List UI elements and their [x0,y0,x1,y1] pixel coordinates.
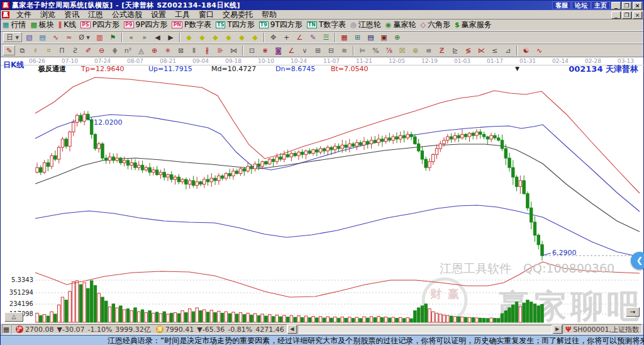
menu-公式选股[interactable]: 公式选股 [108,10,147,19]
next-major-low-icon[interactable]: ◆ [196,32,208,42]
window-minimize-button[interactable]: _ [611,2,621,9]
square-of-nine-icon[interactable]: n² [122,45,134,55]
grid-minus-icon[interactable]: ⊟ [325,45,337,55]
scroll-right-button[interactable]: → [626,307,640,317]
menu-窗口[interactable]: 窗口 [194,10,218,19]
grid-plus-icon[interactable]: ⊞ [312,45,324,55]
menu-资讯[interactable]: 资讯 [60,10,84,19]
frame-tool-icon[interactable]: ⊡ [246,45,258,55]
ladder-tool-icon[interactable]: ≤ [489,45,501,55]
indicator-flag-icon[interactable]: ⚑ [107,32,119,42]
scrollbar-right-button[interactable]: ▶ [553,325,562,334]
kline-chart[interactable]: 06-2607-1007-2408-0708-2109-0409-1810-10… [1,58,644,324]
triangle-tool-icon[interactable]: ◬ [135,45,147,55]
note-tool-icon[interactable]: ✎ [307,32,319,42]
child-minimize-button[interactable]: _ [611,11,621,19]
child-restore-button[interactable]: ❐ [622,11,631,19]
prev-bar-icon[interactable]: ◀ [152,32,164,42]
kline-style-icon[interactable]: ▥ [94,32,106,42]
ruler-tool-icon[interactable]: ⊨ [357,45,369,55]
t-number-table-button[interactable]: TNT数字表 [307,20,347,30]
marker-pen-icon[interactable]: ✐ [82,45,94,55]
pen-tool-icon[interactable]: ✎ [3,45,15,55]
last-bar-icon[interactable]: » [138,32,150,42]
calculator-icon[interactable]: ⊞ [352,32,364,42]
menu-交易委托[interactable]: 交易委托 [218,10,257,19]
network-icon[interactable]: ⊕ [391,32,403,42]
bowtie-tool-icon[interactable]: ⋈ [228,45,240,55]
save-icon[interactable]: ▣ [378,32,390,42]
winner-wheel-button[interactable]: ◉赢家轮 [386,20,416,30]
grid-tool-icon[interactable]: ⧉ [16,45,28,55]
brush-tool-icon[interactable]: Ƶ [436,45,448,55]
child-close-button[interactable]: × [633,11,642,19]
menu-浏览[interactable]: 浏览 [36,10,60,19]
taiji-icon[interactable]: ☯ [520,45,532,55]
golden-section-icon[interactable]: ☒ [396,45,408,55]
boxed-x-icon[interactable]: ⊠ [175,45,187,55]
panel-collapse-button[interactable]: ❮ [631,252,644,269]
p-square-button[interactable]: PSP四方形 [80,20,119,30]
prev-extreme-icon[interactable]: ◆ [236,32,248,42]
next-major-high-icon[interactable]: ◆ [223,32,235,42]
volume-expand-button[interactable]: △ [4,312,23,322]
slope-tool-icon[interactable]: ⊿ [502,45,514,55]
period-day-dropdown[interactable]: 日 ▾ [3,32,22,42]
horizontal-scrollbar[interactable] [297,325,552,334]
title-link-home[interactable]: 主页 [591,1,610,9]
prev-major-low-icon[interactable]: ◆ [183,32,195,42]
kline-button[interactable]: ∥K线 [58,20,76,30]
menu-设置[interactable]: 设置 [147,10,170,19]
filled-circle-icon[interactable]: ◙ [272,45,284,55]
circle-cross-icon[interactable]: ⊖ [96,45,108,55]
first-bar-icon[interactable]: « [125,32,137,42]
trend-line2-icon[interactable]: ≈ [63,32,75,42]
menu-江恩[interactable]: 江恩 [84,10,108,19]
t-square-button[interactable]: TST四方形 [216,20,255,30]
menu-工具[interactable]: 工具 [170,10,194,19]
percent-box-icon[interactable]: ⅞ [383,45,395,55]
triple-lines-icon[interactable]: ⊪ [214,45,226,55]
wedge-tool-icon[interactable]: ⊵ [449,45,461,55]
fan-tool-icon[interactable]: ⋉ [475,45,487,55]
waves-tool-icon[interactable]: ≋ [338,45,350,55]
asterisk-tool-icon[interactable]: ✳ [162,45,174,55]
prev-major-high-icon[interactable]: ◆ [209,32,221,42]
menu-文件[interactable]: 文件 [12,10,36,19]
calendar-icon[interactable]: ▦ [338,32,350,42]
measure-tool-icon[interactable]: ≌ [423,45,435,55]
title-link-forum[interactable]: 论坛 [572,1,591,9]
wave-icon[interactable]: ∿ [533,45,545,55]
gann-grid2-icon[interactable]: ⌗ [43,45,55,55]
scrollbar-left-button[interactable]: ◀ [287,325,297,334]
scale-dropdown[interactable]: Ø ▾ [76,32,92,42]
market-grid-icon[interactable]: ▦ [2,324,11,334]
current-index-panel[interactable]: Ψ SH000001,上证指数 [562,324,642,334]
market-quotes-button[interactable]: ▦行情 [3,20,26,30]
stats-tool-icon[interactable]: ☰ [320,32,332,42]
parallel-lines-icon[interactable]: ∦ [201,45,213,55]
spiral-tool-icon[interactable]: Ƨ [69,45,81,55]
channel-tool-icon[interactable]: ≶ [462,45,474,55]
t9-square-button[interactable]: T99T四方形 [259,20,303,30]
p9-square-button[interactable]: P99P四方形 [124,20,167,30]
sectors-button[interactable]: ▩板块 [30,20,53,30]
hexagon-button[interactable]: ◇六角形 [420,20,450,30]
gann-wheel-button[interactable]: ◎江恩轮 [350,20,381,30]
winner-service-button[interactable]: $赢家服务 [455,20,492,30]
info-board-icon[interactable]: ▤ [36,32,48,42]
report-icon[interactable]: ▤ [365,32,377,42]
menu-帮助[interactable]: 帮助 [257,10,281,19]
angle-line-icon[interactable]: ∠ [286,45,297,55]
window-style-icon[interactable]: ▧ [23,32,35,42]
trend-line-icon[interactable]: ∿ [50,32,62,42]
target-tool-icon[interactable]: ⊕ [148,45,160,55]
golden-circle-icon[interactable]: ⊚ [409,45,421,55]
flag-grid-icon[interactable]: Π [56,45,68,55]
gann-grid-icon[interactable]: ♯ [30,45,42,55]
window-restore-button[interactable]: ❐ [622,2,631,9]
polyline-tool-icon[interactable]: ∠ [294,32,306,42]
percent-tool-icon[interactable]: % [370,45,382,55]
title-link-support[interactable]: 客服 [552,1,571,9]
hash-lines-icon[interactable]: ⋕ [109,45,121,55]
